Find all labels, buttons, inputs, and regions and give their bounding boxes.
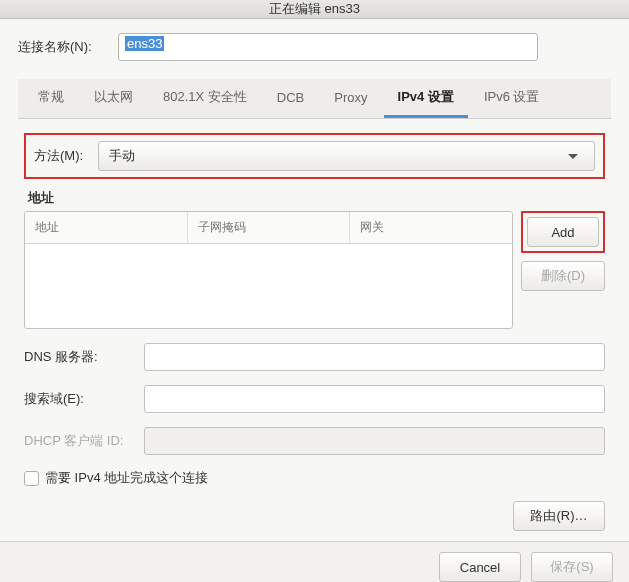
method-select[interactable]: 手动 [98, 141, 595, 171]
tab-ethernet[interactable]: 以太网 [80, 79, 147, 118]
dhcp-client-label: DHCP 客户端 ID: [24, 432, 144, 450]
search-domain-label: 搜索域(E): [24, 390, 144, 408]
window-body: 连接名称(N): ens33 常规 以太网 802.1X 安全性 DCB Pro… [0, 19, 629, 531]
routes-row: 路由(R)… [24, 501, 605, 531]
add-address-button[interactable]: Add [527, 217, 599, 247]
tab-ipv6[interactable]: IPv6 设置 [470, 79, 554, 118]
save-button[interactable]: 保存(S) [531, 552, 613, 582]
col-header-netmask: 子网掩码 [188, 212, 351, 243]
addresses-table-header: 地址 子网掩码 网关 [25, 212, 512, 244]
routes-button[interactable]: 路由(R)… [513, 501, 605, 531]
delete-address-button[interactable]: 删除(D) [521, 261, 605, 291]
dns-label: DNS 服务器: [24, 348, 144, 366]
window-title: 正在编辑 ens33 [269, 0, 360, 18]
addresses-table[interactable]: 地址 子网掩码 网关 [24, 211, 513, 329]
dhcp-client-row: DHCP 客户端 ID: [24, 427, 605, 455]
dialog-footer: Cancel 保存(S) [0, 541, 629, 582]
col-header-gateway: 网关 [350, 212, 512, 243]
method-value: 手动 [109, 147, 135, 165]
tab-bar: 常规 以太网 802.1X 安全性 DCB Proxy IPv4 设置 IPv6… [18, 79, 611, 119]
network-editor-window: 正在编辑 ens33 连接名称(N): ens33 常规 以太网 802.1X … [0, 0, 629, 582]
require-ipv4-label: 需要 IPv4 地址完成这个连接 [45, 469, 208, 487]
tab-8021x[interactable]: 802.1X 安全性 [149, 79, 261, 118]
connection-name-row: 连接名称(N): ens33 [18, 33, 611, 61]
connection-name-label: 连接名称(N): [18, 38, 118, 56]
chevron-down-icon [568, 154, 578, 159]
method-row-highlight: 方法(M): 手动 [24, 133, 605, 179]
window-titlebar: 正在编辑 ens33 [0, 0, 629, 19]
add-button-highlight: Add [521, 211, 605, 253]
addresses-area: 地址 子网掩码 网关 Add 删除(D) [24, 211, 605, 329]
tab-proxy[interactable]: Proxy [320, 81, 381, 117]
tab-general[interactable]: 常规 [24, 79, 78, 118]
search-domain-input[interactable] [144, 385, 605, 413]
tab-content-ipv4: 方法(M): 手动 地址 地址 子网掩码 网关 Add [18, 119, 611, 531]
connection-name-input[interactable]: ens33 [118, 33, 538, 61]
addresses-section-label: 地址 [28, 189, 605, 207]
require-ipv4-checkbox[interactable] [24, 471, 39, 486]
dns-row: DNS 服务器: [24, 343, 605, 371]
cancel-button[interactable]: Cancel [439, 552, 521, 582]
require-ipv4-row: 需要 IPv4 地址完成这个连接 [24, 469, 605, 487]
tab-dcb[interactable]: DCB [263, 81, 318, 117]
connection-name-value: ens33 [125, 36, 164, 51]
col-header-address: 地址 [25, 212, 188, 243]
dhcp-client-input [144, 427, 605, 455]
search-domain-row: 搜索域(E): [24, 385, 605, 413]
dns-input[interactable] [144, 343, 605, 371]
method-label: 方法(M): [34, 147, 98, 165]
addresses-buttons: Add 删除(D) [521, 211, 605, 329]
tab-ipv4[interactable]: IPv4 设置 [384, 79, 468, 118]
